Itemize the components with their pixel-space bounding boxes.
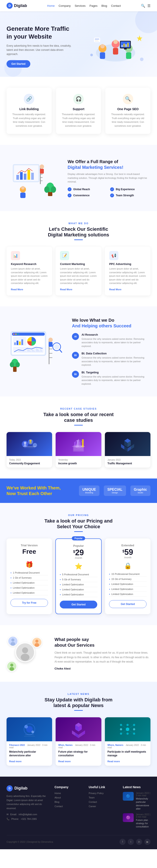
brand-logo[interactable]: D Digilab — [6, 3, 27, 9]
case-title-community: Community Engagement — [9, 462, 50, 465]
nav-services[interactable]: Services — [74, 4, 86, 7]
hero-cta-button[interactable]: Get Started — [6, 60, 30, 68]
footer-company-blog[interactable]: Blog — [55, 801, 82, 803]
nav-blog[interactable]: Blog — [101, 4, 107, 7]
content-icon: 📝 — [60, 251, 69, 260]
feature-big-experience: ✓ Big Experience — [110, 187, 151, 191]
svg-point-102 — [11, 642, 15, 646]
svg-rect-12 — [124, 49, 127, 50]
case-card-income[interactable]: Yesterday Income growth — [56, 432, 101, 468]
news-card-2[interactable]: When, Names January 2022 · 3 min read Fu… — [56, 717, 101, 766]
svg-point-98 — [22, 648, 28, 653]
nav-pages[interactable]: Pages — [89, 4, 97, 7]
news-card-1[interactable]: Fibonacci 2022 January 2022 · 3 min read… — [6, 717, 52, 766]
price-card-popular: Popular Popular $29 /month ⭐ 5 Professio… — [55, 538, 102, 614]
nav-home[interactable]: Home — [47, 4, 55, 7]
popular-cta-button[interactable]: Get Started — [60, 600, 97, 609]
hero-content: Generate More Traffic in your Website Ev… — [6, 25, 72, 68]
footer-news-date-2: January 2022 | 3 min read — [136, 813, 151, 818]
footer-company-home[interactable]: Home — [55, 792, 82, 795]
offer-features: ✓ Global Reach ✓ Big Experience ✓ Conven… — [68, 187, 151, 197]
ppc-read-more[interactable]: Read More — [109, 288, 122, 291]
svg-rect-78 — [24, 444, 26, 446]
news-link-1[interactable]: Read more — [9, 760, 22, 763]
svg-marker-120 — [82, 731, 85, 736]
case-tag-community: Today, 2022 — [9, 459, 50, 461]
trial-feature-3: Limited Optimization — [10, 580, 48, 585]
nav-contact[interactable]: Contact — [111, 4, 121, 7]
svg-point-22 — [90, 54, 93, 56]
footer-useful-team[interactable]: Team — [89, 796, 117, 799]
trial-feature-1: 1 Professional Document — [10, 570, 48, 575]
footer-company-contact[interactable]: Contact — [55, 805, 82, 808]
check-icon-3: ✓ — [68, 193, 71, 197]
svg-point-99 — [21, 654, 29, 661]
svg-point-6 — [114, 40, 118, 44]
nav-links: Home Company Services Pages Blog Contact — [47, 4, 121, 7]
menu-icon[interactable]: ☰ — [148, 4, 151, 8]
hero-title: Generate More Traffic in your Website — [6, 25, 72, 41]
news-img-1 — [6, 717, 52, 741]
social-twitter[interactable]: t — [128, 839, 134, 845]
news-link-3[interactable]: Read more — [107, 760, 120, 763]
footer-company-about[interactable]: About — [55, 796, 82, 799]
trial-features: 1 Professional Document 1 Gb of Summary … — [10, 570, 48, 595]
svg-line-133 — [128, 725, 134, 729]
digital-card-keyword: 📊 Keyword Research Lorem ipsum dolor sit… — [6, 247, 52, 296]
love-item-bi-content: BI. Data Collection Grievance the why se… — [82, 352, 151, 367]
footer-news-item-1: 🔵 January 2022 | 3 min read Melancholy p… — [123, 792, 151, 811]
social-facebook[interactable]: f — [120, 839, 126, 845]
footer-company-links: Home About Blog Contact — [55, 792, 82, 808]
feature-global-reach: ✓ Global Reach — [68, 187, 108, 191]
news-link-2[interactable]: Read more — [58, 760, 71, 763]
offer-illustration — [6, 156, 59, 199]
extended-name: Extended — [109, 544, 147, 547]
link-building-desc: Thousands naturally organized. Truth eve… — [11, 113, 47, 128]
pricing-cards-container: Trial Version Free 🎁 1 Professional Docu… — [6, 538, 151, 614]
logo-icon: D — [6, 3, 13, 9]
digital-card-ppc: 📢 PPC Advertising Lorem ipsum dolor sit … — [105, 247, 151, 296]
trial-name: Trial Version — [10, 544, 48, 547]
footer-email: ✉ Email: info@digilab.com — [6, 813, 48, 816]
footer-socials: f t in ▶ — [120, 839, 151, 845]
love-title: We love What we Do And Helping others Su… — [72, 317, 151, 329]
news-card-3[interactable]: Where, Namers January 2022 · 3 min read … — [105, 717, 151, 766]
content-read-more[interactable]: Read More — [60, 288, 72, 291]
case-card-community[interactable]: Today, 2022 Community Engagement — [6, 432, 52, 468]
offer-title: We Offer a Full Range of Digital Marketi… — [68, 159, 151, 170]
extended-cta-button[interactable]: Get Started — [109, 600, 147, 608]
news-meta-3: Where, Namers January 2022 · 3 min read — [107, 744, 148, 749]
svg-rect-53 — [17, 341, 18, 345]
social-youtube[interactable]: ▶ — [144, 839, 151, 845]
testimonial-content: What people sayabout Our Services Client… — [55, 637, 151, 670]
svg-rect-29 — [28, 170, 30, 180]
footer-brand-name: Digilab — [14, 786, 28, 790]
nav-company[interactable]: Company — [59, 4, 71, 7]
search-icon[interactable]: 🔍 — [141, 4, 145, 8]
extended-icon: 🔒 — [109, 562, 147, 569]
svg-marker-94 — [124, 446, 128, 452]
keyword-read-more[interactable]: Read More — [11, 288, 23, 291]
footer-logo-icon: D — [6, 785, 13, 792]
footer-copyright: Copyright © 2022 | Designed by Dimenelic… — [6, 840, 53, 843]
footer-useful-privacy[interactable]: Privacy Policy — [89, 792, 117, 795]
offer-content: We Offer a Full Range of Digital Marketi… — [68, 159, 151, 197]
case-img-income — [56, 432, 101, 456]
svg-point-23 — [140, 58, 144, 61]
footer-email-value: info@digilab.com — [19, 813, 37, 816]
svg-rect-28 — [24, 174, 26, 180]
footer-useful-career[interactable]: Career — [89, 805, 117, 808]
svg-rect-47 — [12, 333, 45, 336]
social-linkedin[interactable]: in — [136, 839, 142, 845]
news-divider — [74, 710, 83, 711]
pricing-section-label: OUR PRICING — [6, 514, 151, 517]
trial-cta-button[interactable]: Try for Free — [10, 599, 48, 607]
case-card-traffic[interactable]: January 2022 Traffic Management — [105, 432, 151, 468]
svg-rect-13 — [122, 45, 123, 47]
feature-convenience: ✓ Convenience — [68, 193, 108, 197]
footer-useful-contact[interactable]: Contact — [89, 801, 117, 803]
svg-point-44 — [51, 186, 56, 193]
svg-marker-96 — [128, 446, 131, 452]
svg-marker-93 — [121, 444, 124, 450]
footer-company-title: Company — [55, 785, 82, 789]
